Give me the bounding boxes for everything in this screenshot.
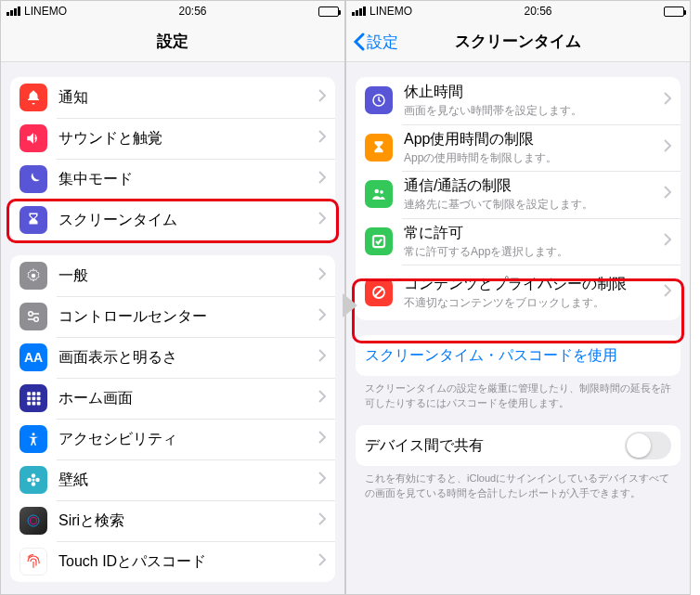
row-focus[interactable]: 集中モード <box>10 159 335 200</box>
row-wallpaper[interactable]: 壁紙 <box>10 459 335 500</box>
svg-rect-9 <box>32 397 36 401</box>
navbar: 設定 スクリーンタイム <box>346 21 690 62</box>
chevron-right-icon <box>318 130 326 147</box>
row-title: App使用時間の制限 <box>404 130 658 149</box>
row-communication[interactable]: 通信/通話の制限連絡先に基づいて制限を設定します。 <box>356 171 681 218</box>
chevron-right-icon <box>664 233 671 250</box>
row-label: コントロールセンター <box>58 307 313 327</box>
chevron-right-icon <box>318 267 326 284</box>
svg-point-14 <box>32 433 35 435</box>
battery-icon <box>664 6 684 17</box>
row-label: サウンドと触覚 <box>58 129 313 149</box>
aa-icon: AA <box>19 343 47 371</box>
svg-point-21 <box>30 517 37 524</box>
chevron-right-icon <box>318 512 326 529</box>
page-title: 設定 <box>157 31 188 52</box>
clock: 20:56 <box>524 5 551 18</box>
svg-point-20 <box>28 515 39 526</box>
share-switch[interactable] <box>625 432 671 459</box>
row-share-devices[interactable]: デバイス間で共有 <box>356 425 681 466</box>
row-sub: 不適切なコンテンツをブロックします。 <box>404 296 658 311</box>
siri-icon <box>19 507 47 535</box>
row-label: 一般 <box>58 266 313 286</box>
settings-group-1: 通知 サウンドと触覚 集中モード スクリーンタイム <box>10 77 335 240</box>
row-label: スクリーンタイム <box>58 211 313 230</box>
screentime-screen: LINEMO 20:56 設定 スクリーンタイム 休止時間画面を見ない時間帯を設… <box>345 0 691 595</box>
chevron-right-icon <box>318 89 326 106</box>
svg-rect-10 <box>37 397 41 401</box>
row-sub: Appの使用時間を制限します。 <box>404 151 658 166</box>
svg-line-27 <box>375 289 383 297</box>
battery-icon <box>318 6 339 17</box>
chevron-right-icon <box>664 92 671 109</box>
row-sounds[interactable]: サウンドと触覚 <box>10 118 335 159</box>
row-label: 壁紙 <box>58 471 313 490</box>
row-content-privacy[interactable]: コンテンツとプライバシーの制限不適切なコンテンツをブロックします。 <box>356 265 681 320</box>
row-control-center[interactable]: コントロールセンター <box>10 296 335 337</box>
row-app-limits[interactable]: App使用時間の制限Appの使用時間を制限します。 <box>356 124 681 172</box>
row-display[interactable]: AA 画面表示と明るさ <box>10 337 335 378</box>
row-notifications[interactable]: 通知 <box>10 77 335 118</box>
hourglass-icon <box>365 134 393 162</box>
navbar: 設定 <box>1 21 344 62</box>
share-label: デバイス間で共有 <box>365 436 625 456</box>
svg-rect-11 <box>27 402 31 406</box>
row-touchid[interactable]: Touch IDとパスコード <box>10 541 335 582</box>
row-home-screen[interactable]: ホーム画面 <box>10 378 335 419</box>
row-accessibility[interactable]: アクセシビリティ <box>10 419 335 459</box>
svg-rect-12 <box>32 402 36 406</box>
svg-rect-5 <box>27 392 31 395</box>
row-sub: 常に許可するAppを選択します。 <box>404 245 658 260</box>
svg-point-1 <box>29 312 33 317</box>
row-always-allowed[interactable]: 常に許可常に許可するAppを選択します。 <box>356 218 681 265</box>
passcode-group: スクリーンタイム・パスコードを使用 <box>356 335 681 376</box>
passcode-footer: スクリーンタイムの設定を厳重に管理したり、制限時間の延長を許可したりするにはパス… <box>365 382 671 410</box>
status-bar: LINEMO 20:56 <box>346 1 690 21</box>
row-title: コンテンツとプライバシーの制限 <box>404 275 658 294</box>
svg-point-16 <box>32 473 36 478</box>
signal-icon <box>352 6 366 16</box>
bell-icon <box>19 84 47 111</box>
arrow-right-icon <box>339 291 361 323</box>
status-bar: LINEMO 20:56 <box>1 1 344 21</box>
row-general[interactable]: 一般 <box>10 255 335 296</box>
settings-screen: LINEMO 20:56 設定 通知 サウンドと触覚 集中モード <box>0 0 345 595</box>
svg-point-23 <box>375 189 380 194</box>
back-label: 設定 <box>367 32 398 53</box>
chevron-right-icon <box>664 139 671 156</box>
chevron-right-icon <box>664 284 671 301</box>
gear-icon <box>19 262 47 290</box>
chevron-right-icon <box>318 349 326 366</box>
svg-rect-13 <box>37 402 41 406</box>
chevron-right-icon <box>318 472 326 488</box>
chevron-right-icon <box>318 390 326 407</box>
svg-point-19 <box>35 478 40 483</box>
fingerprint-icon <box>19 548 47 576</box>
check-icon <box>365 227 393 255</box>
svg-point-17 <box>32 482 36 486</box>
svg-rect-8 <box>27 397 31 401</box>
svg-point-0 <box>32 274 36 278</box>
row-label: 通知 <box>58 88 313 108</box>
row-use-passcode[interactable]: スクリーンタイム・パスコードを使用 <box>356 335 681 376</box>
moon-icon <box>19 165 47 193</box>
row-label: 画面表示と明るさ <box>58 348 313 368</box>
row-downtime[interactable]: 休止時間画面を見ない時間帯を設定します。 <box>356 77 681 124</box>
row-title: 通信/通話の制限 <box>404 176 658 196</box>
passcode-link: スクリーンタイム・パスコードを使用 <box>365 346 671 366</box>
person-icon <box>19 425 47 453</box>
svg-point-24 <box>380 190 383 194</box>
chevron-right-icon <box>318 171 326 188</box>
chevron-right-icon <box>664 186 671 202</box>
back-button[interactable]: 設定 <box>352 21 398 62</box>
row-screentime[interactable]: スクリーンタイム <box>10 200 335 240</box>
svg-point-18 <box>27 478 32 483</box>
chevron-right-icon <box>318 212 326 228</box>
settings-group-2: 一般 コントロールセンター AA 画面表示と明るさ ホーム画面 アクセシビリティ <box>10 255 335 582</box>
screentime-group: 休止時間画面を見ない時間帯を設定します。 App使用時間の制限Appの使用時間を… <box>356 77 681 320</box>
row-label: Siriと検索 <box>58 511 313 531</box>
people-icon <box>365 180 393 208</box>
row-siri[interactable]: Siriと検索 <box>10 500 335 541</box>
carrier-label: LINEMO <box>24 5 67 18</box>
hourglass-icon <box>19 206 47 234</box>
